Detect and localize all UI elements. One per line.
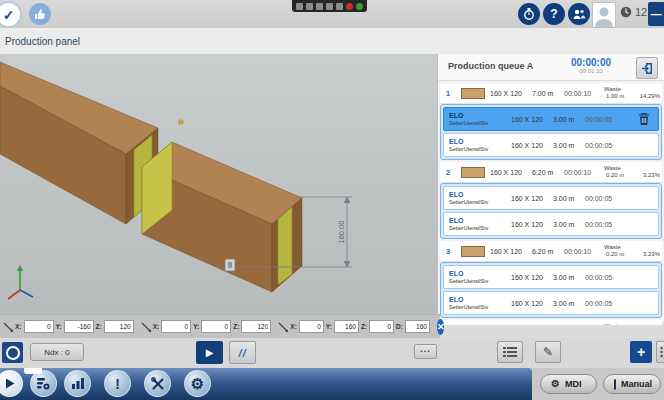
viewport-3d[interactable]: 160.00 bbox=[0, 54, 437, 314]
axis-coordinate-group: X:Y:Z: bbox=[3, 320, 134, 333]
camera-mini-icon bbox=[306, 3, 313, 10]
item-detail: SetterUtensilSiv bbox=[449, 278, 511, 284]
axis-value-input[interactable] bbox=[24, 320, 54, 333]
queue-item-row[interactable]: ELOSetterUtensilSiv160 X 1203.00 m00:00:… bbox=[443, 265, 659, 289]
clamp-icon bbox=[225, 259, 235, 271]
axis-coordinate-group: X:Y:Z: bbox=[141, 320, 272, 333]
axis-value-input[interactable] bbox=[369, 320, 394, 333]
record-mini-icon bbox=[346, 3, 353, 10]
item-profile: 160 X 120 bbox=[511, 221, 553, 228]
queue-item-row[interactable]: ELOSetterUtensilSiv160 X 1203.00 m00:00:… bbox=[443, 107, 659, 131]
waste-label: Waste bbox=[604, 165, 621, 171]
queue-group-row[interactable]: 3160 X 1206.20 m00:00:10Waste0.20 m3.23% bbox=[440, 241, 662, 262]
help-button[interactable]: ? bbox=[543, 3, 565, 25]
item-profile: 160 X 120 bbox=[511, 116, 553, 123]
queue-item-row[interactable]: ELOSetterUtensilSiv160 X 1203.00 m00:00:… bbox=[443, 133, 659, 157]
document-mini-icon bbox=[296, 3, 303, 10]
queue-title: Production queue A bbox=[448, 61, 533, 71]
export-icon bbox=[641, 62, 654, 75]
thumbs-up-button[interactable] bbox=[29, 3, 51, 25]
axis-value-input[interactable] bbox=[104, 320, 134, 333]
manual-button[interactable]: Manual bbox=[603, 374, 661, 394]
item-profile: 160 X 120 bbox=[511, 300, 553, 307]
machine-settings-button[interactable]: ⚙ bbox=[184, 370, 211, 397]
item-length: 3.00 m bbox=[553, 142, 585, 149]
item-name: ELO bbox=[449, 191, 511, 199]
alarms-button[interactable]: ! bbox=[104, 370, 131, 397]
item-time: 00:00:05 bbox=[585, 116, 625, 123]
item-time: 00:00:05 bbox=[585, 300, 625, 307]
group-length: 7.00 m bbox=[532, 90, 564, 97]
waste-label: Waste bbox=[604, 323, 621, 326]
queue-view-button[interactable] bbox=[656, 341, 664, 363]
axis-value-input[interactable] bbox=[201, 320, 231, 333]
beam2-end-tenon-face bbox=[278, 207, 292, 285]
skip-button[interactable]: // bbox=[229, 341, 256, 364]
group-index: 3 bbox=[440, 247, 456, 256]
axis-value-input[interactable] bbox=[161, 320, 191, 333]
manual-label: Manual bbox=[621, 379, 652, 389]
mdi-button[interactable]: ⚙ MDI bbox=[540, 374, 597, 394]
queue-item-row[interactable]: ELOSetterUtensilSiv160 X 1203.00 m00:00:… bbox=[443, 186, 659, 210]
confirm-check-button[interactable]: ✓ bbox=[0, 1, 22, 28]
group-length: 6.20 m bbox=[532, 248, 564, 255]
save-queue-button[interactable] bbox=[636, 57, 658, 79]
group-time: 00:00:10 bbox=[564, 169, 604, 176]
group-profile: 160 X 120 bbox=[490, 169, 532, 176]
queue-group-row[interactable]: 4160 X 1206.20 m00:00:10Waste0.20 m3.23% bbox=[440, 320, 662, 325]
queue-group-row[interactable]: 2160 X 1206.20 m00:00:10Waste0.20 m3.23% bbox=[440, 162, 662, 183]
waste-length: 0.20 m bbox=[606, 172, 624, 180]
users-icon bbox=[572, 8, 586, 20]
stopwatch-icon bbox=[523, 8, 535, 20]
mini-statusbar bbox=[292, 0, 367, 12]
axis-value-input[interactable] bbox=[405, 320, 430, 333]
edit-program-button[interactable]: ✎ bbox=[535, 341, 561, 363]
delete-item-button[interactable] bbox=[638, 112, 650, 127]
queue-item-row[interactable]: ELOSetterUtensilSiv160 X 1203.00 m00:00:… bbox=[443, 291, 659, 315]
item-time: 00:00:05 bbox=[585, 195, 625, 202]
trash-icon bbox=[638, 112, 650, 126]
axis-value-input[interactable] bbox=[64, 320, 94, 333]
group-waste: Waste1.00 m14.29% bbox=[604, 86, 662, 101]
item-detail: SetterUtensilSiv bbox=[449, 199, 511, 205]
item-name: ELO bbox=[449, 296, 511, 304]
program-details-button[interactable] bbox=[497, 341, 523, 363]
mdi-label: MDI bbox=[565, 379, 582, 389]
stopwatch-button[interactable] bbox=[518, 3, 540, 25]
axis-label: Z: bbox=[233, 323, 239, 330]
run-play-button[interactable] bbox=[0, 370, 23, 397]
tools-button[interactable] bbox=[144, 370, 171, 397]
statistics-button[interactable] bbox=[64, 370, 91, 397]
bullet-list-icon bbox=[660, 346, 664, 358]
axis-label: X: bbox=[290, 323, 297, 330]
queue-timer-sub: 00:01:10 bbox=[556, 68, 626, 74]
item-profile: 160 X 120 bbox=[511, 274, 553, 281]
axis-value-input[interactable] bbox=[241, 320, 271, 333]
clock-icon bbox=[620, 6, 632, 18]
active-tab-marker bbox=[24, 368, 42, 374]
axis-value-input[interactable] bbox=[334, 320, 359, 333]
axis-label: Y: bbox=[193, 323, 199, 330]
start-button[interactable]: ▶ bbox=[196, 341, 223, 364]
axis-label: X: bbox=[15, 323, 22, 330]
item-time: 00:00:05 bbox=[585, 221, 625, 228]
wood-swatch bbox=[461, 167, 485, 178]
close-coordinates-button[interactable]: ✕ bbox=[437, 319, 445, 335]
viewport-camera-button[interactable] bbox=[2, 342, 23, 363]
queue-item-row[interactable]: ELOSetterUtensilSiv160 X 1203.00 m00:00:… bbox=[443, 212, 659, 236]
job-settings-button[interactable] bbox=[30, 370, 57, 397]
run-play-icon bbox=[3, 377, 16, 390]
users-button[interactable] bbox=[568, 3, 590, 25]
add-item-button[interactable]: + bbox=[630, 341, 652, 363]
queue-subgroup: ELOSetterUtensilSiv160 X 1203.00 m00:00:… bbox=[440, 262, 662, 318]
user-avatar[interactable] bbox=[592, 2, 616, 28]
axis-value-input[interactable] bbox=[299, 320, 324, 333]
item-name: ELO bbox=[449, 112, 511, 120]
minimize-button[interactable]: — bbox=[648, 2, 664, 26]
monitor-icon bbox=[614, 379, 616, 390]
top-bar: ✓ ? 12:35 — bbox=[0, 0, 664, 29]
more-options-button[interactable]: ... bbox=[414, 344, 437, 359]
ndx-button[interactable]: Ndx : 0 bbox=[30, 343, 84, 361]
queue-group-row[interactable]: 1160 X 1207.00 m00:00:10Waste1.00 m14.29… bbox=[440, 83, 662, 104]
item-detail: SetterUtensilSiv bbox=[449, 120, 511, 126]
